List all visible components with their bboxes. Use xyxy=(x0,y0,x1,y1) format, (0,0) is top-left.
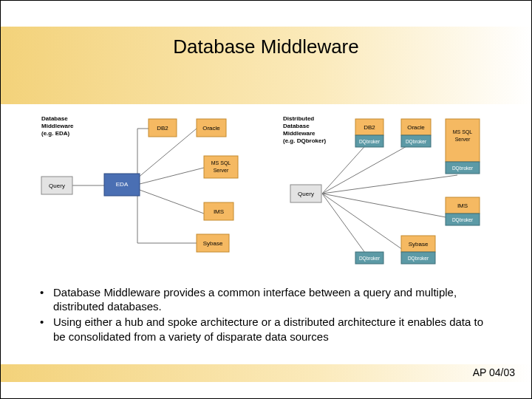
db-label: Oracle xyxy=(407,124,425,131)
db-label: Oracle xyxy=(202,125,220,132)
broker-label: DQbroker xyxy=(408,256,429,262)
diagram-caption-line: (e.g. EDA) xyxy=(41,130,70,137)
svg-line-12 xyxy=(322,194,415,258)
svg-rect-5 xyxy=(204,156,238,178)
diagram-distributed: Query DB2 DQbroker Oracle DQbroker MS SQ… xyxy=(282,110,503,269)
broker-label: DQbroker xyxy=(406,139,427,145)
diagram-hub-and-spoke: Query EDA DB2 Oracle MS SQL Server IMS S… xyxy=(38,110,267,269)
db-label: MS SQL xyxy=(453,129,473,135)
db-label: Sybase xyxy=(203,240,223,247)
broker-label: DQbroker xyxy=(359,139,381,145)
bullet-item: Using either a hub and spoke architectur… xyxy=(34,315,492,343)
query-box-label: Query xyxy=(298,191,314,197)
svg-line-8 xyxy=(322,142,369,194)
svg-line-10 xyxy=(322,175,457,194)
diagram-caption-line: Database xyxy=(283,123,310,129)
db-label: Server xyxy=(214,168,229,173)
footer-text: AP 04/03 xyxy=(473,366,515,378)
diagram-area: Query EDA DB2 Oracle MS SQL Server IMS S… xyxy=(38,110,496,269)
svg-line-11 xyxy=(322,194,457,219)
query-box-label: Query xyxy=(49,183,65,189)
diagram-caption-line: (e.g. DQbroker) xyxy=(283,137,327,144)
db-label: Server xyxy=(455,137,471,142)
diagram-caption-line: Middleware xyxy=(283,130,316,137)
footer-bar: AP 04/03 xyxy=(1,364,531,382)
diagram-caption-line: Database xyxy=(41,115,68,122)
bullet-list: Database Middleware provides a common in… xyxy=(34,285,492,345)
broker-label: DQbroker xyxy=(452,166,474,171)
db-label: DB2 xyxy=(364,124,375,131)
db-label: IMS xyxy=(214,208,224,215)
bullet-item: Database Middleware provides a common in… xyxy=(34,285,492,313)
broker-label: DQbroker xyxy=(359,256,381,262)
db-label: MS SQL xyxy=(211,160,231,166)
db-label: IMS xyxy=(457,202,468,209)
diagram-caption-line: Middleware xyxy=(41,123,74,129)
title-bar: Database Middleware xyxy=(1,27,531,104)
diagram-caption-line: Distributed xyxy=(283,115,314,122)
db-label: Sybase xyxy=(409,241,429,248)
db-label: DB2 xyxy=(157,125,168,132)
broker-label: DQbroker xyxy=(452,217,474,223)
page-title: Database Middleware xyxy=(173,35,358,58)
svg-line-13 xyxy=(322,194,369,258)
hub-box-label: EDA xyxy=(116,181,129,188)
svg-line-9 xyxy=(322,142,415,194)
